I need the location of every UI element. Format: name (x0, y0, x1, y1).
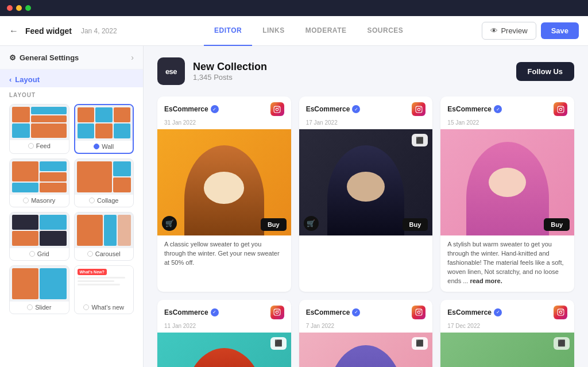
post-image-1: 🛒 Buy (157, 129, 291, 235)
widget-name: New Collection (193, 61, 267, 73)
post-author-3: EsCommerce ✓ (447, 105, 502, 113)
buy-button-2[interactable]: Buy (403, 218, 428, 231)
layout-item-collage[interactable]: Collage (74, 159, 134, 207)
close-dot[interactable] (7, 5, 13, 11)
radio-slider (27, 304, 33, 310)
verified-icon-2: ✓ (352, 105, 360, 113)
post-date-1: 31 Jan 2022 (157, 119, 291, 129)
layout-item-grid[interactable]: Grid (9, 212, 69, 261)
verified-icon-5: ✓ (352, 308, 360, 316)
sidebar: ⚙ General Settings › ‹ Layout LAYOUT (0, 46, 144, 367)
post-card-1: EsCommerce ✓ 31 Jan 2022 🛒 Buy A classic… (157, 96, 291, 292)
widget-posts-count: 1,345 Posts (193, 73, 267, 82)
post-header-2: EsCommerce ✓ (299, 96, 433, 119)
tab-links[interactable]: LINKS (252, 16, 295, 46)
instagram-icon-1 (270, 102, 284, 116)
layout-grid: Feed Wall (0, 101, 143, 321)
svg-point-13 (417, 311, 420, 314)
post-date-6: 17 Dec 2022 (440, 323, 574, 333)
read-more-3[interactable]: read more. (470, 277, 502, 284)
tab-moderate[interactable]: MODERATE (295, 16, 357, 46)
verified-icon-1: ✓ (211, 105, 219, 113)
post-author-1: EsCommerce ✓ (164, 105, 219, 113)
post-header-1: EsCommerce ✓ (157, 96, 291, 119)
svg-rect-0 (274, 106, 280, 113)
verified-icon-4: ✓ (211, 308, 219, 316)
svg-rect-15 (558, 309, 564, 315)
post-date-3: 15 Jan 2022 (440, 119, 574, 129)
layout-thumb-grid (10, 213, 69, 248)
instagram-icon-2 (412, 102, 425, 116)
topnav: ← Feed widget Jan 4, 2022 EDITOR LINKS M… (0, 16, 588, 46)
verified-icon-3: ✓ (494, 105, 502, 113)
post-image-6: ⬛ (440, 333, 574, 367)
chevron-right-icon: › (131, 53, 134, 62)
radio-grid (29, 251, 35, 257)
cart-icon-1[interactable]: 🛒 (162, 216, 177, 231)
post-author-2: EsCommerce ✓ (306, 105, 361, 113)
post-caption-3: A stylish but warm sweater to get you th… (440, 235, 574, 292)
buy-button-1[interactable]: Buy (261, 218, 287, 231)
post-author-4: EsCommerce ✓ (164, 308, 219, 316)
tab-editor[interactable]: EDITOR (204, 16, 252, 46)
layout-item-wall[interactable]: Wall (74, 104, 134, 154)
follow-button[interactable]: Follow Us (516, 62, 574, 81)
media-badge-2: ⬛ (412, 134, 428, 146)
layout-thumb-masonry (10, 159, 69, 195)
svg-rect-9 (274, 309, 280, 315)
tab-sources[interactable]: SOURCES (357, 16, 413, 46)
post-card-6: EsCommerce ✓ 17 Dec 2022 ⬛ (440, 300, 574, 367)
save-button[interactable]: Save (541, 22, 579, 39)
radio-carousel (87, 251, 93, 257)
layout-name-collage: Collage (75, 195, 134, 207)
layout-section-header[interactable]: ‹ Layout (0, 69, 143, 87)
svg-point-7 (559, 108, 562, 110)
layout-name-whatsnew: What's new (75, 302, 134, 314)
svg-point-17 (562, 310, 563, 311)
post-header-3: EsCommerce ✓ (440, 96, 574, 119)
layout-item-feed[interactable]: Feed (9, 104, 69, 154)
layout-item-masonry[interactable]: Masonry (9, 159, 69, 207)
svg-point-5 (420, 107, 421, 108)
cart-icon-2[interactable]: 🛒 (304, 216, 319, 231)
svg-point-8 (562, 107, 563, 108)
general-settings-section[interactable]: ⚙ General Settings › (0, 46, 143, 69)
radio-feed (28, 143, 34, 149)
svg-point-16 (559, 311, 562, 314)
post-image-4: ⬛ (157, 333, 291, 367)
titlebar (0, 0, 588, 16)
layout-name-grid: Grid (10, 248, 69, 260)
layout-thumb-slider (10, 266, 69, 302)
svg-point-1 (276, 108, 278, 110)
media-badge-5: ⬛ (412, 337, 428, 350)
preview-button[interactable]: 👁 Preview (482, 22, 536, 40)
post-date-2: 17 Jan 2022 (299, 119, 433, 129)
post-card-5: EsCommerce ✓ 7 Jan 2022 ⬛ (299, 300, 433, 367)
layout-item-carousel[interactable]: Carousel (74, 212, 134, 261)
layout-item-slider[interactable]: Slider (9, 265, 69, 314)
maximize-dot[interactable] (25, 5, 31, 11)
media-badge-4: ⬛ (270, 337, 287, 350)
post-date-4: 11 Jan 2022 (157, 323, 291, 333)
layout-name-carousel: Carousel (75, 248, 134, 260)
post-author-5: EsCommerce ✓ (306, 308, 361, 316)
layout-thumb-feed (10, 105, 69, 140)
buy-button-3[interactable]: Buy (544, 218, 570, 231)
back-button[interactable]: ← (9, 26, 18, 36)
svg-point-2 (278, 107, 280, 108)
post-image-5: ⬛ (299, 333, 433, 367)
post-header-5: EsCommerce ✓ (299, 300, 433, 323)
minimize-dot[interactable] (16, 5, 22, 11)
layout-name-feed: Feed (10, 140, 69, 152)
radio-masonry (23, 198, 29, 203)
main-layout: ⚙ General Settings › ‹ Layout LAYOUT (0, 46, 588, 367)
page-title: Feed widget (25, 26, 72, 36)
content-area: ese New Collection 1,345 Posts Follow Us… (144, 46, 588, 367)
svg-point-10 (276, 311, 278, 314)
layout-section-label: LAYOUT (0, 87, 143, 101)
posts-grid: EsCommerce ✓ 31 Jan 2022 🛒 Buy A classic… (157, 96, 574, 367)
svg-rect-3 (416, 106, 422, 113)
layout-item-whatsnew[interactable]: What's New? What's new (74, 265, 134, 314)
post-image-3: Buy (440, 129, 574, 235)
widget-logo: ese (157, 57, 185, 85)
